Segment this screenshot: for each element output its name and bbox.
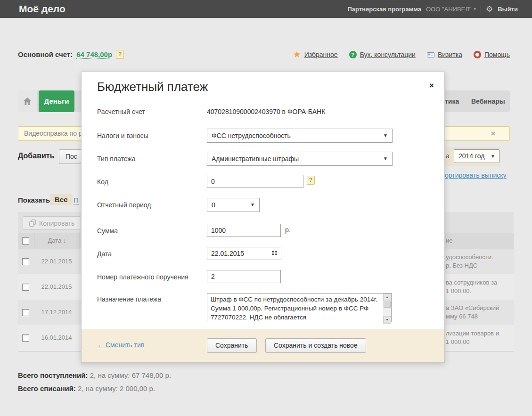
row-description: ва сотрудников за 1 000,00. [446,278,516,295]
scroll-up-icon[interactable]: ▲ [383,294,391,301]
partner-program-label: Партнерская программа [347,6,421,13]
copy-button[interactable]: Копировать [23,216,81,230]
total-income-value: 2, на сумму: 67 748,00 р. [88,371,172,379]
consultations-label: Бух. консультации [360,51,416,58]
row-date: 22.01.2015 [34,249,79,274]
row-description: а ЗАО «Сибирский мму 66 748 [446,304,516,321]
page: Моё дело Партнерская программа ООО "АНИВ… [0,0,532,416]
scroll-down-icon[interactable]: ▼ [383,316,391,324]
row-checkbox[interactable] [22,334,29,342]
total-income-label: Всего поступлений: [18,371,88,379]
report-period-select[interactable]: 0 ▼ [207,198,260,212]
date-field [207,247,281,260]
row-date: 16.01.2014 [34,325,79,351]
logout-link[interactable]: Выйти [498,6,518,13]
row-checkbox[interactable] [22,309,29,316]
sum-input[interactable] [207,224,281,237]
close-icon[interactable]: × [429,82,434,90]
tax-select[interactable]: ФСС нетрудоспособность ▼ [207,129,393,143]
help-link[interactable]: Помощь [474,51,510,58]
tax-field-label: Налоги и взносы [97,132,148,139]
total-income: Всего поступлений: 2, на сумму: 67 748,0… [18,371,171,379]
total-expense-value: 2, на сумму: 2 000,00 р. [76,384,155,392]
help-badge-icon[interactable]: ? [307,176,315,185]
desc-line: лизации товаров и [446,329,516,338]
scrollbar-thumb[interactable] [384,302,391,308]
star-icon: ★ [293,50,301,59]
tab-webinars[interactable]: Вебинары [471,90,505,112]
payment-type-select[interactable]: Административные штрафы ▼ [207,152,393,166]
purpose-field-label: Назначение платежа [97,295,161,303]
consultations-link[interactable]: ? Бух. консультации [349,51,416,58]
chevron-down-icon: ▾ [474,7,476,11]
save-button[interactable]: Сохранить [207,338,257,353]
desc-line: 1 000,00 [446,338,516,346]
top-bar: Моё дело Партнерская программа ООО "АНИВ… [0,0,532,18]
row-checkbox[interactable] [22,284,29,291]
payment-number-label: Номер платежного поручения [97,273,188,281]
save-and-new-button[interactable]: Сохранить и создать новое [265,338,366,353]
help-badge-icon[interactable]: ? [116,50,124,59]
close-icon[interactable]: × [491,127,495,140]
chevron-down-icon: ▼ [250,198,255,212]
period-link-partial[interactable]: а [446,152,450,160]
card-link[interactable]: Визитка [427,51,462,58]
main-account: Основной счет: 64 748,00р ? [18,50,124,59]
desc-line: а ЗАО «Сибирский [446,304,516,312]
question-icon: ? [349,51,357,58]
help-label: Помощь [484,51,510,58]
banner-text: Видеосправка по р [24,127,82,140]
account-field-value: 40702810900002403970 в ФОРА-БАНК [207,108,325,115]
copy-icon [29,220,36,227]
row-description: удоспособности. р. Без НДС [446,253,516,270]
desc-line: удоспособности. [446,253,516,261]
scrollbar[interactable]: ▲ ▼ [383,294,391,324]
account-label: Основной счет: [18,50,73,58]
quick-links: ★ Избранное ? Бух. консультации Визитка … [293,50,510,59]
chevron-down-icon: ▼ [383,152,388,165]
code-input[interactable] [207,175,303,188]
home-icon [23,98,32,105]
divider [481,6,481,13]
row-date: 17.12.2014 [34,300,79,325]
lifebuoy-icon [474,51,481,58]
chevron-down-icon: ▼ [383,129,388,142]
favorites-link[interactable]: ★ Избранное [293,50,338,59]
row-description: лизации товаров и 1 000,00 [446,329,516,346]
desc-line: 1 000,00. [446,287,516,295]
chevron-down-icon: ▼ [491,150,495,163]
row-checkbox[interactable] [22,258,29,265]
topbar-right: Партнерская программа ООО "АНИВЕЛ" ▾ ⚙ В… [347,0,518,18]
account-amount[interactable]: 64 748,00р [76,50,112,59]
budget-payment-dialog: Бюджетный платеж × Расчетный счет 407028… [81,72,445,363]
tax-select-value: ФСС нетрудоспособность [212,129,291,142]
dialog-footer: ← Сменить тип Сохранить Сохранить и созд… [82,329,444,362]
desc-line: мму 66 748 [446,312,516,321]
date-input[interactable] [207,247,281,260]
favorites-label: Избранное [304,51,338,58]
tab-analytics-partial[interactable]: тика [445,90,459,112]
payment-number-input[interactable] [207,270,281,283]
calendar-icon[interactable] [272,251,278,256]
filter-all[interactable]: Все [50,194,73,205]
change-type-link[interactable]: ← Сменить тип [97,341,144,349]
dialog-title: Бюджетный платеж [97,80,208,94]
column-description-partial: ие [446,233,453,249]
card-label: Визитка [438,51,462,58]
column-date[interactable]: Дата ↓ [34,233,80,249]
filter-income-partial[interactable]: П [74,196,79,204]
date-field-label: Дата [97,250,112,258]
year-select[interactable]: 2014 год ▼ [454,149,499,163]
purpose-field: Штраф в ФСС по нетрудоспособности за дек… [207,293,392,324]
tab-money[interactable]: Деньги [39,90,74,112]
company-selector[interactable]: ООО "АНИВЕЛ" ▾ [426,6,476,13]
purpose-textarea[interactable]: Штраф в ФСС по нетрудоспособности за дек… [207,293,392,322]
select-all-checkbox[interactable] [22,237,29,245]
app-logo[interactable]: Моё дело [19,0,65,18]
desc-line: р. Без НДС [446,261,516,270]
report-period-value: 0 [212,198,215,212]
home-tab[interactable] [18,90,37,112]
import-statement-link[interactable]: ортировать выписку [445,171,507,179]
year-select-value: 2014 год [458,150,484,163]
gear-icon[interactable]: ⚙ [486,5,493,13]
